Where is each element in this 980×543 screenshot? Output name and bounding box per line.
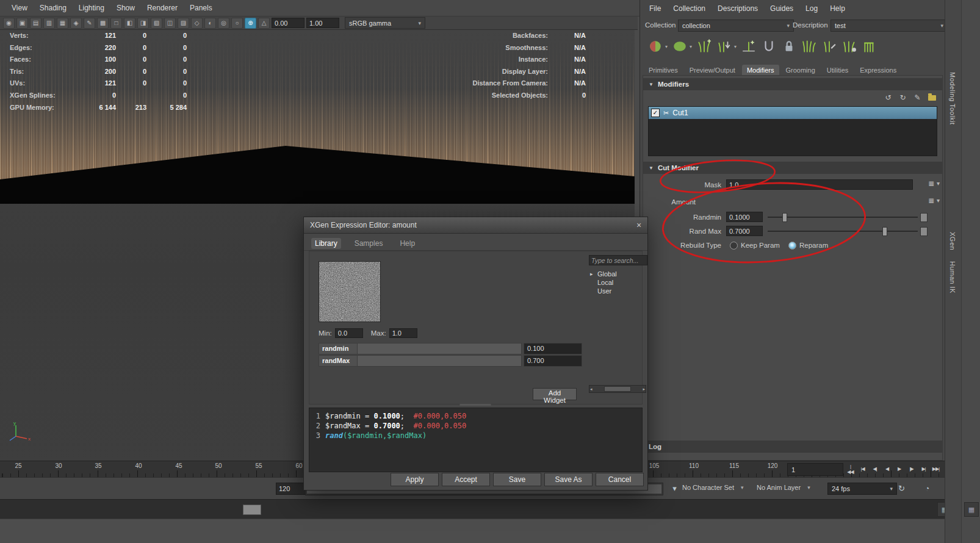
modifier-list[interactable]: ✓ ✂ Cut1 bbox=[648, 106, 937, 156]
menu-lighting[interactable]: Lighting bbox=[73, 4, 110, 12]
reparam-radio[interactable] bbox=[788, 242, 796, 250]
xray-icon[interactable]: △ bbox=[258, 18, 270, 29]
modifiers-section-header[interactable]: ▼ Modifiers bbox=[643, 78, 942, 90]
play-forwards-button[interactable]: ▶ bbox=[893, 462, 905, 475]
step-back-frame-button[interactable]: ◀| bbox=[869, 462, 881, 475]
tab-grooming[interactable]: Grooming bbox=[781, 65, 820, 75]
chevron-down-icon[interactable]: ▾ bbox=[937, 197, 940, 204]
randmax-field[interactable] bbox=[726, 226, 763, 236]
randmin-dialog-slider[interactable] bbox=[358, 343, 522, 354]
tab-primitives[interactable]: Primitives bbox=[644, 65, 683, 75]
menu-log[interactable]: Log bbox=[800, 4, 823, 13]
dialog-titlebar[interactable]: XGen Expression Editor: amount bbox=[304, 217, 647, 234]
cancel-button[interactable]: Cancel bbox=[596, 473, 644, 486]
modifier-list-item-cut1[interactable]: ✓ ✂ Cut1 bbox=[649, 107, 937, 119]
pane-splitter-handle[interactable] bbox=[459, 404, 491, 406]
pan-zoom-icon[interactable]: ◈ bbox=[70, 18, 82, 29]
randmax-dialog-value[interactable]: 0.700 bbox=[524, 355, 582, 367]
antialiasing-icon[interactable]: ⊕ bbox=[245, 18, 256, 29]
tab-library[interactable]: Library bbox=[311, 238, 341, 249]
grease-pencil-icon[interactable]: ✎ bbox=[84, 18, 95, 29]
tab-help[interactable]: Help bbox=[396, 238, 419, 249]
menu-collection[interactable]: Collection bbox=[668, 4, 711, 13]
command-line-bar[interactable]: ▦ bbox=[0, 499, 980, 519]
brush-icon[interactable]: ✎ bbox=[912, 93, 923, 102]
select-camera-icon[interactable]: ◉ bbox=[3, 18, 15, 29]
randmax-slider-end-button[interactable] bbox=[920, 227, 928, 236]
menu-show[interactable]: Show bbox=[111, 4, 140, 12]
lights-icon[interactable]: ○ bbox=[231, 18, 243, 29]
tree-item-local[interactable]: Local bbox=[589, 278, 645, 287]
keep-param-radio[interactable] bbox=[730, 242, 738, 250]
menu-shading[interactable]: Shading bbox=[34, 4, 72, 12]
max-field[interactable] bbox=[389, 328, 417, 338]
film-gate-icon[interactable]: □ bbox=[110, 18, 122, 29]
view-transform-dropdown[interactable]: sRGB gamma ▾ bbox=[345, 17, 425, 29]
close-icon[interactable]: × bbox=[633, 219, 645, 231]
fps-dropdown[interactable]: 24 fps ▾ bbox=[827, 483, 897, 495]
accept-button[interactable]: Accept bbox=[442, 473, 490, 486]
chevron-down-icon[interactable]: ▾ bbox=[734, 44, 737, 49]
step-back-key-button[interactable]: |◀ bbox=[857, 462, 868, 475]
move-modifier-up-icon[interactable]: ↺ bbox=[883, 93, 893, 102]
collection-dropdown[interactable]: collection ▾ bbox=[678, 20, 794, 32]
playback-loop-icon[interactable]: ↻ bbox=[896, 483, 907, 494]
lock-camera-icon[interactable]: ▣ bbox=[16, 18, 28, 29]
tab-samples[interactable]: Samples bbox=[351, 238, 387, 249]
scroll-right-icon[interactable]: ▸ bbox=[643, 387, 645, 392]
randmax-dialog-slider[interactable] bbox=[358, 355, 522, 367]
primitive-display-icon[interactable] bbox=[672, 38, 688, 55]
current-frame-field[interactable] bbox=[787, 463, 843, 476]
menu-file[interactable]: File bbox=[644, 4, 666, 13]
save-as-button[interactable]: Save As bbox=[544, 473, 593, 486]
cut-modifier-section-header[interactable]: ▼ Cut Modifier bbox=[643, 162, 942, 174]
step-forward-key-button[interactable]: ▶| bbox=[918, 462, 929, 475]
randmin-dialog-value[interactable]: 0.100 bbox=[524, 343, 582, 354]
guide-density-icon[interactable] bbox=[801, 38, 817, 55]
step-forward-frame-button[interactable]: |▶ bbox=[906, 462, 917, 475]
comb-guides-icon[interactable] bbox=[862, 38, 877, 55]
menu-descriptions[interactable]: Descriptions bbox=[712, 4, 763, 13]
map-icon[interactable]: ▦ bbox=[929, 180, 934, 187]
shaded-mode-icon[interactable]: ◐ bbox=[204, 18, 216, 29]
randmin-slider-track[interactable] bbox=[768, 217, 918, 218]
scroll-left-icon[interactable]: ◂ bbox=[590, 387, 593, 392]
safe-title-icon[interactable]: ▨ bbox=[178, 18, 189, 29]
randmin-field[interactable] bbox=[726, 212, 763, 222]
randmin-slider-handle[interactable] bbox=[782, 213, 787, 222]
resolution-gate-icon[interactable]: ◧ bbox=[124, 18, 135, 29]
grid-icon[interactable]: ▩ bbox=[97, 18, 109, 29]
search-input[interactable] bbox=[589, 255, 647, 265]
chevron-down-icon[interactable]: ▾ bbox=[690, 44, 692, 49]
lock-guides-icon[interactable] bbox=[781, 38, 797, 55]
expression-code-editor[interactable]: 1 $randmin = 0.1000; #0.000,0.050 2 $ran… bbox=[309, 408, 643, 472]
tab-expressions[interactable]: Expressions bbox=[855, 65, 901, 75]
chevron-down-icon[interactable]: ▾ bbox=[937, 180, 940, 187]
menu-help[interactable]: Help bbox=[824, 4, 851, 13]
image-plane-icon[interactable]: ▦ bbox=[57, 18, 68, 29]
menu-panels[interactable]: Panels bbox=[184, 4, 218, 12]
exposure-field[interactable] bbox=[272, 18, 304, 28]
description-dropdown[interactable]: test ▾ bbox=[830, 20, 948, 32]
save-button[interactable]: Save bbox=[493, 473, 541, 486]
guide-brush-icon[interactable] bbox=[841, 38, 857, 55]
add-widget-button[interactable]: Add Widget bbox=[533, 388, 577, 400]
bookmarks-icon[interactable]: ▥ bbox=[43, 18, 55, 29]
add-guide-icon[interactable] bbox=[741, 38, 757, 55]
tab-human-ik[interactable]: Human IK bbox=[949, 261, 956, 293]
wireframe-icon[interactable]: ◇ bbox=[191, 18, 203, 29]
branch-arrow-icon[interactable]: ▸ bbox=[590, 270, 593, 278]
field-chart-icon[interactable]: ▧ bbox=[151, 18, 162, 29]
noise-preview-image[interactable] bbox=[319, 261, 381, 322]
min-field[interactable] bbox=[335, 328, 363, 338]
map-icon[interactable]: ▦ bbox=[929, 197, 934, 204]
mask-field[interactable] bbox=[726, 179, 913, 190]
go-to-start-button[interactable]: |◀◀ bbox=[845, 462, 856, 475]
horizontal-scrollbar[interactable]: ◂ ▸ bbox=[589, 385, 646, 393]
tree-item-user[interactable]: User bbox=[589, 287, 645, 295]
character-set-dropdown[interactable]: No Character Set ▾ bbox=[682, 484, 744, 491]
export-guides-icon[interactable] bbox=[716, 38, 732, 55]
go-to-end-button[interactable]: ▶▶| bbox=[930, 462, 942, 475]
collapse-triangle-icon[interactable]: ▼ bbox=[649, 82, 654, 87]
tree-item-global[interactable]: ▸ Global bbox=[589, 270, 645, 278]
